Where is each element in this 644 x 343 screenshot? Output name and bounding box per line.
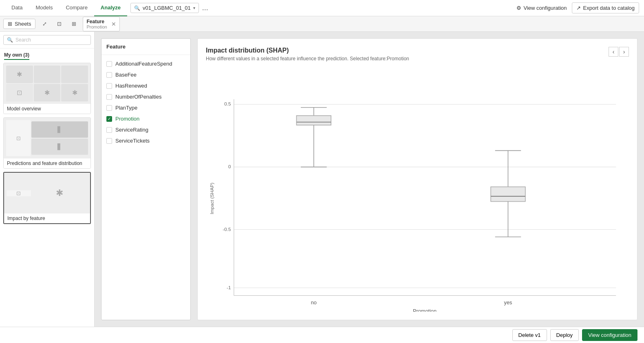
chart-area: Impact distribution (SHAP) How different… — [197, 38, 637, 320]
sheet-card-predictions[interactable]: ⊡ ▋ ▋ Predictions and feature distributi… — [3, 117, 91, 169]
icon-btn-2[interactable]: ⊡ — [53, 18, 65, 30]
feature-list: AdditionalFeatureSpend BaseFee HasRenewe… — [101, 55, 190, 320]
chart-title: Impact distribution (SHAP) — [206, 47, 409, 54]
feature-item-1[interactable]: BaseFee — [101, 69, 190, 80]
sheet-card-impact[interactable]: ⊡ ✱ Impact by feature — [3, 172, 91, 224]
feature-checkbox-0[interactable] — [106, 61, 112, 67]
next-arrow-button[interactable]: › — [619, 47, 629, 57]
feature-name-5: Promotion — [115, 116, 139, 122]
feature-name-1: BaseFee — [115, 72, 137, 78]
search-icon: 🔍 — [7, 37, 13, 43]
y-tick-minus1: -1 — [227, 285, 231, 290]
feature-name-7: ServiceTickets — [115, 138, 150, 144]
feature-name-3: NumberOfPenalties — [115, 94, 161, 100]
grid-icon: ⤢ — [42, 21, 47, 27]
feature-checkbox-7[interactable] — [106, 138, 112, 144]
feature-name-6: ServiceRating — [115, 127, 148, 133]
thumb-cell — [34, 66, 61, 83]
model-selector-value: v01_LGBMC_01_01 — [143, 5, 191, 11]
feature-item-0[interactable]: AdditionalFeatureSpend — [101, 58, 190, 69]
x-label-no: no — [311, 299, 317, 306]
feature-checkbox-1[interactable] — [106, 72, 112, 78]
sheet-thumbnail-2: ⊡ ▋ ▋ — [4, 118, 90, 158]
bottom-bar: Delete v1 Deploy View configuration — [0, 327, 644, 343]
feature-item-7[interactable]: ServiceTickets — [101, 135, 190, 146]
feature-checkbox-4[interactable] — [106, 105, 112, 111]
sidebar: 🔍 Search My own (3) ✱ ⊡ ✱ ✱ — [0, 32, 95, 327]
nav-tab-compare[interactable]: Compare — [59, 0, 94, 16]
feature-item-5[interactable]: ✓ Promotion — [101, 113, 190, 124]
section-label: My own (3) — [4, 52, 29, 60]
thumb-left-2: ⊡ — [6, 120, 31, 156]
feature-item-2[interactable]: HasRenewed — [101, 80, 190, 91]
more-options-button[interactable]: ... — [199, 2, 212, 14]
nav-arrows: ‹ › — [609, 47, 629, 57]
search-placeholder: Search — [15, 37, 31, 43]
nav-tab-models[interactable]: Models — [29, 0, 59, 16]
feature-name-2: HasRenewed — [115, 83, 147, 89]
model-selector[interactable]: 🔍 v01_LGBMC_01_01 ▾ — [130, 3, 199, 13]
boxplot-no-box — [296, 116, 331, 125]
feature-name-4: PlanType — [115, 105, 137, 111]
y-axis-label: Impact (SHAP) — [209, 182, 214, 214]
chart-subtitle: How different values in a selected featu… — [206, 56, 409, 62]
view-configuration-main-button[interactable]: View configuration — [582, 329, 637, 341]
sheet-label-1: Model overview — [4, 104, 90, 114]
content-area: Feature AdditionalFeatureSpend BaseFee H… — [95, 32, 644, 327]
sheet-card-model-overview[interactable]: ✱ ⊡ ✱ ✱ Model overview — [3, 63, 91, 114]
feature-checkbox-2[interactable] — [106, 83, 112, 89]
chart-svg: Impact (SHAP) 0.5 0 -0.5 -1 — [206, 68, 629, 312]
thumb-left-3: ⊡ — [7, 190, 31, 196]
tab-pill-label: Feature Promotion — [86, 19, 107, 29]
view-configuration-button[interactable]: ⚙ View configuration — [516, 5, 567, 11]
chart-svg-container: Impact (SHAP) 0.5 0 -0.5 -1 — [206, 68, 629, 312]
nav-right: ⚙ View configuration ↗ Export data to ca… — [516, 2, 639, 13]
section-header: My own (3) — [0, 48, 94, 59]
sheets-button[interactable]: ⊞ Sheets — [3, 19, 35, 29]
feature-panel: Feature AdditionalFeatureSpend BaseFee H… — [101, 38, 191, 320]
sliders-icon: ⚙ — [516, 5, 521, 11]
thumb-cell — [61, 66, 88, 83]
thumb-cell: ✱ — [61, 84, 88, 101]
feature-checkbox-6[interactable] — [106, 127, 112, 133]
feature-item-6[interactable]: ServiceRating — [101, 124, 190, 135]
thumb-cell: ⊡ — [6, 84, 33, 101]
y-tick-0: 0 — [228, 164, 231, 169]
feature-item-4[interactable]: PlanType — [101, 102, 190, 113]
search-box: 🔍 Search — [0, 32, 94, 48]
feature-tab-pill[interactable]: Feature Promotion ✕ — [83, 17, 119, 31]
tab-close-button[interactable]: ✕ — [111, 21, 116, 27]
chevron-down-icon: ▾ — [193, 6, 195, 10]
delete-button[interactable]: Delete v1 — [512, 329, 547, 341]
feature-checkbox-3[interactable] — [106, 94, 112, 100]
icon-btn-1[interactable]: ⤢ — [39, 18, 50, 30]
main-layout: 🔍 Search My own (3) ✱ ⊡ ✱ ✱ — [0, 32, 644, 327]
feature-name-0: AdditionalFeatureSpend — [115, 61, 172, 67]
boxplot-yes-box — [491, 187, 525, 202]
deploy-button[interactable]: Deploy — [550, 329, 579, 341]
sheets-icon: ⊞ — [8, 21, 12, 27]
icon-btn-3[interactable]: ⊞ — [68, 18, 79, 30]
feature-checkbox-5[interactable]: ✓ — [106, 116, 112, 122]
nav-tab-data[interactable]: Data — [5, 0, 29, 16]
sheet-label-3: Impact by feature — [4, 213, 90, 223]
toolbar2: ⊞ Sheets ⤢ ⊡ ⊞ Feature Promotion ✕ — [0, 16, 644, 32]
feature-item-3[interactable]: NumberOfPenalties — [101, 91, 190, 102]
feature-panel-header: Feature — [101, 39, 190, 55]
y-tick-minus05: -0.5 — [223, 226, 231, 232]
layout-icon: ⊡ — [57, 21, 62, 27]
sheet-label-2: Predictions and feature distribution — [4, 158, 90, 168]
prev-arrow-button[interactable]: ‹ — [609, 47, 618, 57]
x-axis-title: Promotion — [413, 308, 437, 312]
thumb-cell: ✱ — [34, 84, 61, 101]
top-nav: Data Models Compare Analyze 🔍 v01_LGBMC_… — [0, 0, 644, 16]
y-tick-05: 0.5 — [224, 101, 231, 106]
sheet-list: ✱ ⊡ ✱ ✱ Model overview ⊡ ▋ — [0, 59, 94, 327]
sheet-thumbnail-3: ⊡ ✱ — [4, 173, 90, 213]
search-input[interactable]: 🔍 Search — [3, 35, 91, 45]
export-icon: ↗ — [576, 5, 581, 11]
nav-tab-analyze[interactable]: Analyze — [94, 0, 127, 16]
x-label-yes: yes — [504, 299, 512, 306]
export-data-button[interactable]: ↗ Export data to catalog — [572, 2, 639, 13]
layout2-icon: ⊞ — [72, 21, 76, 27]
